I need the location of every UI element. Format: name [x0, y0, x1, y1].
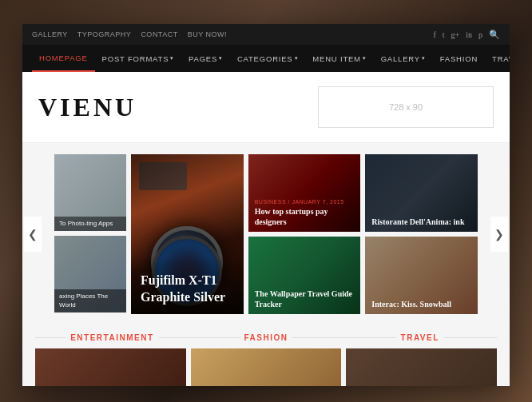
nav-post-formats[interactable]: POST FORMATS ▾: [95, 45, 181, 72]
small-card-2-overlay: Ristorante Dell'Anima: ink: [365, 154, 478, 232]
sidebar-card-1[interactable]: To Photo-ting Apps: [54, 154, 126, 231]
small-card-3-overlay: The Wallpaper Travel Guide Tracker: [248, 237, 361, 314]
nav-travel[interactable]: TRAVEL: [485, 45, 510, 72]
bottom-card-2[interactable]: [191, 348, 342, 386]
main-grid: To Photo-ting Apps axing Places The Worl…: [54, 154, 478, 314]
chevron-down-icon: ▾: [219, 55, 223, 62]
search-icon[interactable]: 🔍: [489, 30, 500, 40]
section-travel-label: TRAVEL: [401, 333, 439, 342]
nav-gallery[interactable]: GALLERY ▾: [374, 45, 433, 72]
nav-fashion[interactable]: FASHION: [433, 45, 485, 72]
small-card-1[interactable]: BUSINESS / JANUARY 7, 2015 How top start…: [248, 154, 361, 232]
utility-bar: GALLERY TYPOGRAPHY CONTACT BUY NOW! f t …: [22, 24, 510, 45]
small-card-1-title: How top startups pay designers: [255, 206, 355, 227]
section-travel: TRAVEL: [343, 333, 497, 342]
section-line-right-2: [292, 337, 343, 338]
browser-window: GALLERY TYPOGRAPHY CONTACT BUY NOW! f t …: [22, 24, 510, 386]
slider-prev-button[interactable]: ❮: [24, 217, 42, 252]
bottom-card-3[interactable]: [346, 348, 497, 386]
site-logo: VIENU: [38, 93, 137, 122]
small-card-3-title: The Wallpaper Travel Guide Tracker: [255, 289, 355, 309]
ad-banner: 728 x 90: [318, 86, 494, 128]
section-entertainment: ENTERTAINMENT: [35, 333, 189, 342]
section-fashion-label: FASHION: [244, 333, 288, 342]
pinterest-icon[interactable]: p: [478, 30, 482, 39]
main-card-title: Fujifilm X-T1 Graphite Silver: [141, 273, 234, 306]
bottom-card-1[interactable]: [35, 348, 186, 386]
chevron-down-icon: ▾: [363, 55, 367, 62]
main-card-overlay: Fujifilm X-T1 Graphite Silver: [131, 257, 244, 314]
nav-categories[interactable]: CATEGORIES ▾: [230, 45, 305, 72]
section-line-left-3: [343, 337, 395, 338]
social-icons: f t g+ in p 🔍: [433, 30, 500, 40]
sidebar-card-2[interactable]: axing Places The World: [54, 236, 126, 312]
buy-link[interactable]: BUY NOW!: [188, 30, 227, 38]
gallery-link[interactable]: GALLERY: [32, 30, 68, 38]
sidebar-items: To Photo-ting Apps axing Places The Worl…: [54, 154, 126, 314]
small-card-4-overlay: Interac: Kiss. Snowball: [365, 237, 478, 314]
nav-homepage[interactable]: HOMEPAGE: [32, 45, 95, 72]
small-card-4[interactable]: Interac: Kiss. Snowball: [365, 237, 478, 314]
small-card-1-overlay: BUSINESS / JANUARY 7, 2015 How top start…: [248, 154, 361, 232]
small-card-2-title: Ristorante Dell'Anima: ink: [371, 217, 471, 227]
section-headers: ENTERTAINMENT FASHION TRAVEL: [22, 325, 510, 348]
nav-pages[interactable]: PAGES ▾: [181, 45, 230, 72]
content-area: ❮ ❯ To Photo-ting Apps axing Places The …: [22, 143, 510, 325]
googleplus-icon[interactable]: g+: [451, 30, 460, 39]
typography-link[interactable]: TYPOGRAPHY: [77, 30, 132, 38]
small-card-1-category: BUSINESS / JANUARY 7, 2015: [255, 199, 355, 205]
small-card-3[interactable]: The Wallpaper Travel Guide Tracker: [248, 237, 361, 314]
contact-link[interactable]: CONTACT: [141, 30, 177, 38]
chevron-down-icon: ▾: [170, 55, 174, 62]
section-line-right-3: [444, 337, 497, 338]
linkedin-icon[interactable]: in: [466, 30, 472, 39]
chevron-down-icon: ▾: [295, 55, 299, 62]
nav-menu-item[interactable]: MENU ITEM ▾: [305, 45, 373, 72]
small-card-4-title: Interac: Kiss. Snowball: [371, 299, 471, 309]
facebook-icon[interactable]: f: [433, 30, 435, 39]
section-fashion: FASHION: [189, 333, 343, 342]
main-featured-card[interactable]: Fujifilm X-T1 Graphite Silver: [131, 154, 244, 314]
main-nav: HOMEPAGE POST FORMATS ▾ PAGES ▾ CATEGORI…: [22, 45, 510, 72]
section-line-left-1: [35, 337, 66, 338]
sidebar-card-overlay-2: axing Places The World: [54, 289, 126, 312]
small-card-2[interactable]: Ristorante Dell'Anima: ink: [365, 154, 478, 232]
bottom-cards: [22, 348, 510, 386]
section-line-right-1: [159, 337, 189, 338]
utility-links: GALLERY TYPOGRAPHY CONTACT BUY NOW!: [32, 30, 227, 38]
chevron-down-icon: ▾: [422, 55, 426, 62]
sidebar-card-overlay: To Photo-ting Apps: [54, 217, 126, 231]
sidebar-card-title-2: axing Places The World: [59, 293, 121, 309]
site-header: VIENU 728 x 90: [22, 72, 510, 143]
section-line-left-2: [189, 337, 240, 338]
slider-next-button[interactable]: ❯: [490, 217, 508, 252]
section-entertainment-label: ENTERTAINMENT: [70, 333, 153, 342]
sidebar-card-title-1: To Photo-ting Apps: [59, 220, 121, 228]
twitter-icon[interactable]: t: [443, 30, 445, 39]
